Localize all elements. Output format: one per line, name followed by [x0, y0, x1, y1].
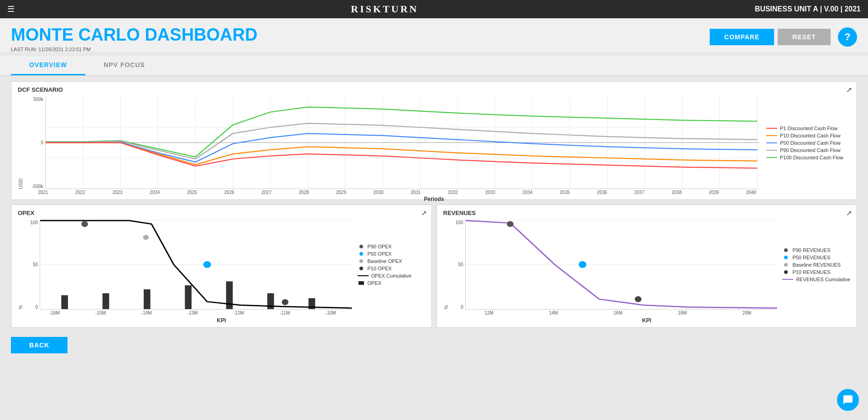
legend-item-p10: P10 Discounted Cash Flow	[766, 133, 850, 138]
header-left: MONTE CARLO DASHBOARD LAST RUN: 11/26/20…	[11, 26, 257, 52]
svg-point-48	[784, 263, 788, 267]
svg-point-34	[282, 299, 289, 305]
svg-rect-28	[185, 285, 192, 309]
legend-color-p90	[766, 150, 777, 151]
app-logo: RISKTURN	[351, 3, 418, 15]
revenues-legend-p10-icon	[782, 270, 790, 274]
revenues-legend: P90 REVENUES P50 REVENUES Baseline REVEN…	[777, 220, 850, 310]
revenues-chart-svg-container	[465, 220, 777, 310]
revenues-chart-area: % 100 50 0	[437, 218, 857, 310]
dcf-title: DCF SCENARIO	[11, 82, 857, 93]
dcf-y-label: USD	[18, 97, 23, 189]
svg-point-35	[143, 235, 149, 240]
opex-chart-svg	[40, 220, 352, 309]
back-section: BACK	[0, 333, 868, 357]
legend-item-p50: P50 Discounted Cash Flow	[766, 140, 850, 146]
back-button[interactable]: BACK	[11, 337, 68, 353]
revenues-legend-p90: P90 REVENUES	[782, 247, 850, 253]
revenues-legend-p90-icon	[782, 248, 790, 252]
opex-y-tick-top: 100	[30, 220, 38, 225]
svg-point-46	[784, 248, 788, 252]
page-title: MONTE CARLO DASHBOARD	[11, 26, 257, 45]
opex-legend-opex: OPEX	[358, 280, 425, 286]
dcf-y-tick-top: 500k	[33, 97, 43, 102]
revenues-x-title: KPI	[437, 315, 857, 326]
opex-legend: P90 OPEX P50 OPEX Baseline OPEX P10 OPEX	[352, 220, 425, 310]
svg-rect-26	[103, 293, 109, 309]
opex-expand-icon[interactable]: ➚	[421, 209, 427, 217]
help-button[interactable]: ?	[838, 27, 857, 47]
reset-button[interactable]: RESET	[778, 29, 831, 45]
svg-point-32	[81, 221, 88, 227]
legend-item-p1: P1 Discounted Cash Flow	[766, 126, 850, 131]
bottom-row: OPEX ➚ % 100 50 0	[11, 205, 857, 328]
opex-legend-opex-icon	[358, 281, 365, 285]
svg-rect-27	[144, 289, 151, 309]
page-header: MONTE CARLO DASHBOARD LAST RUN: 11/26/20…	[0, 18, 868, 52]
svg-point-49	[784, 270, 788, 274]
dcf-y-tick-bot: -500k	[32, 184, 43, 189]
dcf-chart-area: USD 500k 0 -500k	[11, 93, 857, 189]
dcf-chart-svg-container	[45, 97, 759, 189]
opex-y-tick-bot: 0	[35, 304, 38, 310]
revenues-y-tick-bot: 0	[461, 304, 463, 310]
legend-item-p90: P90 Discounted Cash Flow	[766, 147, 850, 153]
revenues-panel: REVENUES ➚ % 100 50 0	[437, 205, 858, 328]
opex-y-tick-mid: 50	[33, 262, 38, 267]
tab-npv-focus[interactable]: NPV FOCUS	[85, 56, 163, 75]
dcf-chart-svg	[46, 97, 759, 189]
opex-legend-p50-icon	[358, 252, 365, 256]
revenues-legend-cumulative-line	[782, 279, 793, 280]
svg-point-45	[634, 296, 641, 302]
revenues-expand-icon[interactable]: ➚	[846, 209, 852, 217]
revenues-legend-baseline-icon	[782, 262, 790, 267]
svg-rect-25	[61, 295, 68, 309]
revenues-legend-cumulative: REVENUES Cumulative	[782, 277, 850, 282]
legend-item-p100: P100 Discounted Cash Flow	[766, 155, 850, 160]
legend-color-p50	[766, 142, 777, 143]
dcf-legend: P1 Discounted Cash Flow P10 Discounted C…	[759, 97, 850, 189]
revenues-chart-svg	[466, 220, 777, 309]
chat-button[interactable]	[837, 389, 859, 411]
dcf-x-title: Periods	[11, 195, 857, 204]
tab-overview[interactable]: OVERVIEW	[11, 56, 85, 75]
opex-legend-p10: P10 OPEX	[358, 266, 425, 271]
opex-legend-baseline-icon	[358, 259, 365, 263]
opex-x-labels: -16M-15M-14M-13M-12M-11M-10M	[11, 310, 431, 315]
dcf-expand-icon[interactable]: ➚	[846, 85, 852, 94]
revenues-x-labels: 12M14M16M18M20M	[437, 310, 857, 315]
dcf-x-labels: 2021202220232024202520262027202820292030…	[11, 189, 857, 195]
opex-legend-p90: P90 OPEX	[358, 244, 425, 249]
opex-legend-baseline: Baseline OPEX	[358, 258, 425, 264]
business-unit-label: BUSINESS UNIT A | V.00 | 2021	[755, 5, 861, 13]
tab-bar: OVERVIEW NPV FOCUS	[0, 56, 868, 76]
opex-x-title: KPI	[11, 315, 431, 326]
last-run-label: LAST RUN: 11/26/2021 2:23:51 PM	[11, 47, 257, 52]
legend-color-p1	[766, 128, 777, 129]
legend-color-p100	[766, 157, 777, 158]
compare-button[interactable]: COMPARE	[710, 29, 774, 45]
opex-legend-cumulative-line	[358, 275, 369, 276]
revenues-y-tick-top: 100	[456, 220, 463, 225]
svg-point-36	[359, 245, 363, 248]
opex-title: OPEX	[11, 205, 431, 216]
svg-point-33	[203, 261, 211, 268]
legend-color-p10	[766, 135, 777, 136]
opex-y-label: %	[18, 220, 23, 310]
svg-rect-29	[226, 281, 233, 309]
chat-icon	[842, 394, 853, 405]
revenues-y-tick-mid: 50	[458, 262, 463, 267]
opex-legend-p90-icon	[358, 244, 365, 249]
svg-point-47	[784, 256, 788, 259]
opex-legend-cumulative: OPEX Cumulative	[358, 273, 425, 278]
opex-chart-area: % 100 50 0	[11, 218, 431, 310]
dcf-panel: DCF SCENARIO ➚ USD 500k 0 -500k	[11, 81, 857, 200]
svg-point-38	[359, 259, 363, 263]
dcf-y-tick-mid: 0	[41, 140, 43, 145]
header-right: COMPARE RESET ?	[710, 27, 857, 47]
opex-panel: OPEX ➚ % 100 50 0	[11, 205, 432, 328]
top-nav: ☰ RISKTURN BUSINESS UNIT A | V.00 | 2021	[0, 0, 868, 18]
opex-legend-p10-icon	[358, 266, 365, 271]
hamburger-icon[interactable]: ☰	[7, 4, 15, 14]
revenues-legend-p50: P50 REVENUES	[782, 255, 850, 260]
